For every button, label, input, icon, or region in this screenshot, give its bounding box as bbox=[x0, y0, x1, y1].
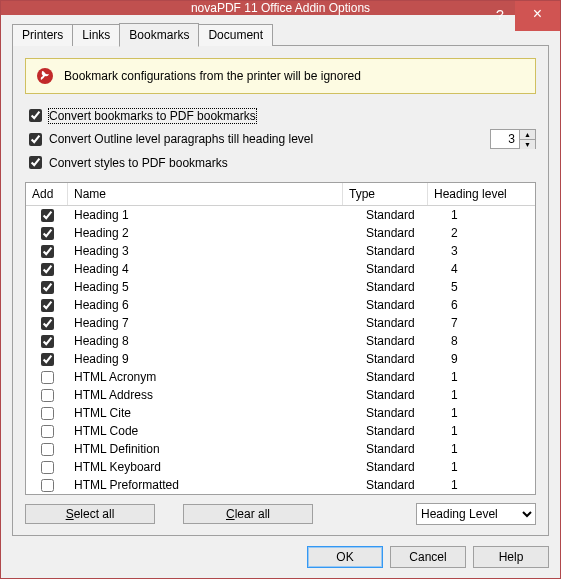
option-convert-bookmarks: Convert bookmarks to PDF bookmarks bbox=[25, 106, 536, 125]
row-add-checkbox[interactable] bbox=[41, 299, 54, 312]
row-level: 7 bbox=[445, 316, 535, 330]
tab-bookmarks[interactable]: Bookmarks bbox=[119, 23, 199, 47]
row-name: Heading 7 bbox=[68, 316, 360, 330]
convert-styles-label: Convert styles to PDF bookmarks bbox=[49, 156, 228, 170]
row-level: 1 bbox=[445, 460, 535, 474]
table-row[interactable]: HTML AddressStandard1 bbox=[26, 386, 535, 404]
table-row[interactable]: Heading 1Standard1 bbox=[26, 206, 535, 224]
option-convert-styles: Convert styles to PDF bookmarks bbox=[25, 153, 536, 172]
convert-outline-label: Convert Outline level paragraphs till he… bbox=[49, 132, 313, 146]
table-row[interactable]: HTML DefinitionStandard1 bbox=[26, 440, 535, 458]
row-name: HTML Definition bbox=[68, 442, 360, 456]
row-level: 4 bbox=[445, 262, 535, 276]
row-type: Standard bbox=[360, 226, 445, 240]
header-type[interactable]: Type bbox=[343, 183, 428, 205]
row-type: Standard bbox=[360, 370, 445, 384]
row-type: Standard bbox=[360, 262, 445, 276]
clear-all-button[interactable]: Clear all bbox=[183, 504, 313, 524]
spinner-down-icon[interactable]: ▼ bbox=[520, 140, 535, 149]
table-row[interactable]: Heading 7Standard7 bbox=[26, 314, 535, 332]
info-banner: Bookmark configurations from the printer… bbox=[25, 58, 536, 94]
window-title: novaPDF 11 Office Addin Options bbox=[1, 1, 560, 15]
table-row[interactable]: Heading 6Standard6 bbox=[26, 296, 535, 314]
filter-select[interactable]: Heading Level bbox=[416, 503, 536, 525]
table-row[interactable]: Heading 3Standard3 bbox=[26, 242, 535, 260]
row-name: Heading 2 bbox=[68, 226, 360, 240]
row-type: Standard bbox=[360, 316, 445, 330]
row-add-checkbox[interactable] bbox=[41, 353, 54, 366]
convert-bookmarks-checkbox[interactable] bbox=[29, 109, 42, 122]
row-add-checkbox[interactable] bbox=[41, 461, 54, 474]
row-add-checkbox[interactable] bbox=[41, 335, 54, 348]
spinner-up-icon[interactable]: ▲ bbox=[520, 130, 535, 140]
content-area: Printers Links Bookmarks Document Bookma… bbox=[1, 15, 560, 536]
row-add-checkbox[interactable] bbox=[41, 245, 54, 258]
tab-printers[interactable]: Printers bbox=[12, 24, 73, 46]
header-name[interactable]: Name bbox=[68, 183, 343, 205]
table-row[interactable]: Heading 4Standard4 bbox=[26, 260, 535, 278]
header-add[interactable]: Add bbox=[26, 183, 68, 205]
heading-level-spinner: ▲ ▼ bbox=[490, 129, 536, 149]
cancel-button[interactable]: Cancel bbox=[390, 546, 466, 568]
row-add-checkbox[interactable] bbox=[41, 371, 54, 384]
row-type: Standard bbox=[360, 334, 445, 348]
row-name: Heading 9 bbox=[68, 352, 360, 366]
table-row[interactable]: HTML AcronymStandard1 bbox=[26, 368, 535, 386]
row-add-checkbox[interactable] bbox=[41, 389, 54, 402]
row-type: Standard bbox=[360, 388, 445, 402]
row-type: Standard bbox=[360, 352, 445, 366]
row-type: Standard bbox=[360, 298, 445, 312]
row-level: 5 bbox=[445, 280, 535, 294]
row-name: HTML Cite bbox=[68, 406, 360, 420]
row-add-checkbox[interactable] bbox=[41, 281, 54, 294]
table-row[interactable]: HTML KeyboardStandard1 bbox=[26, 458, 535, 476]
tab-links[interactable]: Links bbox=[72, 24, 120, 46]
row-type: Standard bbox=[360, 478, 445, 492]
header-level[interactable]: Heading level bbox=[428, 183, 518, 205]
table-row[interactable]: Heading 9Standard9 bbox=[26, 350, 535, 368]
row-name: Heading 8 bbox=[68, 334, 360, 348]
convert-outline-checkbox[interactable] bbox=[29, 133, 42, 146]
styles-table: Add Name Type Heading level Heading 1Sta… bbox=[25, 182, 536, 495]
convert-styles-checkbox[interactable] bbox=[29, 156, 42, 169]
table-row[interactable]: HTML CiteStandard1 bbox=[26, 404, 535, 422]
row-level: 3 bbox=[445, 244, 535, 258]
row-add-checkbox[interactable] bbox=[41, 263, 54, 276]
row-name: HTML Keyboard bbox=[68, 460, 360, 474]
row-add-checkbox[interactable] bbox=[41, 227, 54, 240]
row-name: Heading 5 bbox=[68, 280, 360, 294]
table-row[interactable]: Heading 8Standard8 bbox=[26, 332, 535, 350]
row-level: 1 bbox=[445, 442, 535, 456]
row-level: 1 bbox=[445, 406, 535, 420]
heading-level-input[interactable] bbox=[491, 130, 519, 148]
row-add-checkbox[interactable] bbox=[41, 425, 54, 438]
table-row[interactable]: Heading 2Standard2 bbox=[26, 224, 535, 242]
row-name: Heading 1 bbox=[68, 208, 360, 222]
row-level: 9 bbox=[445, 352, 535, 366]
info-text: Bookmark configurations from the printer… bbox=[64, 69, 361, 83]
row-level: 2 bbox=[445, 226, 535, 240]
row-type: Standard bbox=[360, 208, 445, 222]
row-name: HTML Code bbox=[68, 424, 360, 438]
row-add-checkbox[interactable] bbox=[41, 479, 54, 492]
row-add-checkbox[interactable] bbox=[41, 317, 54, 330]
tab-document[interactable]: Document bbox=[198, 24, 273, 46]
row-name: HTML Acronym bbox=[68, 370, 360, 384]
row-add-checkbox[interactable] bbox=[41, 443, 54, 456]
row-add-checkbox[interactable] bbox=[41, 407, 54, 420]
table-row[interactable]: HTML PreformattedStandard1 bbox=[26, 476, 535, 494]
table-body[interactable]: Heading 1Standard1Heading 2Standard2Head… bbox=[26, 206, 535, 494]
select-all-button[interactable]: Select all bbox=[25, 504, 155, 524]
row-add-checkbox[interactable] bbox=[41, 209, 54, 222]
row-level: 8 bbox=[445, 334, 535, 348]
ok-button[interactable]: OK bbox=[307, 546, 383, 568]
row-name: HTML Preformatted bbox=[68, 478, 360, 492]
row-name: Heading 3 bbox=[68, 244, 360, 258]
row-type: Standard bbox=[360, 442, 445, 456]
table-row[interactable]: Heading 5Standard5 bbox=[26, 278, 535, 296]
help-button[interactable]: Help bbox=[473, 546, 549, 568]
table-row[interactable]: HTML CodeStandard1 bbox=[26, 422, 535, 440]
spinner-buttons: ▲ ▼ bbox=[519, 130, 535, 148]
row-level: 1 bbox=[445, 478, 535, 492]
row-type: Standard bbox=[360, 406, 445, 420]
